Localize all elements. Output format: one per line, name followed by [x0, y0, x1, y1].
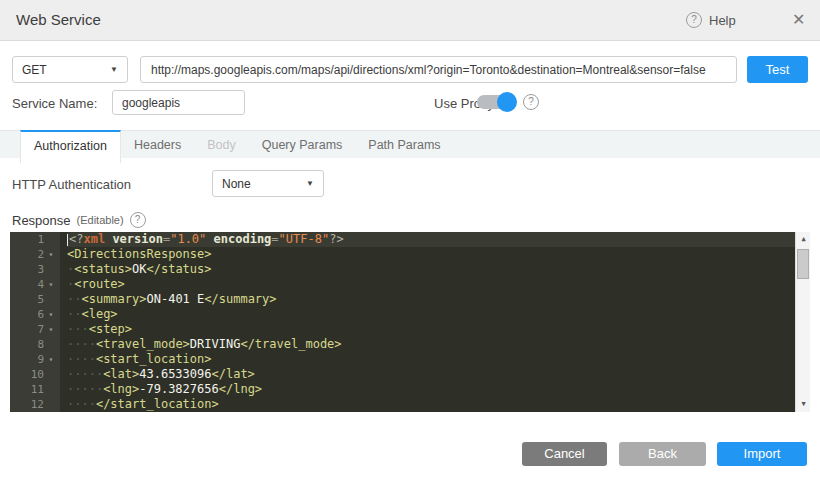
scroll-down-icon[interactable]: ▼	[796, 397, 810, 412]
tab-query-params[interactable]: Query Params	[249, 131, 356, 159]
response-label: Response	[12, 213, 71, 228]
http-method-value: GET	[22, 63, 47, 77]
back-button[interactable]: Back	[619, 442, 706, 466]
http-method-select[interactable]: GET ▼	[12, 56, 128, 83]
help-circle-icon: ?	[686, 12, 702, 28]
tab-body: Body	[194, 131, 249, 159]
tab-path-params[interactable]: Path Params	[355, 131, 453, 159]
editor-code[interactable]: <?xml version="1.0" encoding="UTF-8"?><D…	[60, 232, 795, 412]
response-help-icon[interactable]: ?	[130, 212, 146, 228]
service-name-input[interactable]	[112, 90, 245, 115]
use-proxy-toggle[interactable]	[477, 92, 515, 112]
scrollbar-thumb[interactable]	[797, 249, 809, 279]
http-authentication-label: HTTP Authentication	[12, 177, 131, 192]
test-button[interactable]: Test	[747, 56, 808, 83]
help-button[interactable]: ? Help	[686, 12, 736, 28]
chevron-down-icon: ▼	[306, 179, 314, 188]
service-name-label: Service Name:	[12, 96, 97, 111]
web-service-dialog: Web Service ? Help ✕ GET ▼ Test Service …	[0, 0, 820, 478]
response-header: Response (Editable) ?	[12, 212, 146, 228]
scroll-up-icon[interactable]: ▲	[796, 232, 810, 247]
cancel-button[interactable]: Cancel	[522, 442, 607, 466]
toggle-thumb	[497, 92, 517, 112]
dialog-header: Web Service ? Help ✕	[0, 0, 820, 41]
proxy-help-icon[interactable]: ?	[523, 94, 539, 110]
page-title: Web Service	[16, 11, 101, 28]
editor-gutter: 12▾34▾56▾7▾89▾101112	[10, 232, 60, 412]
help-label: Help	[709, 13, 736, 28]
response-editable-label: (Editable)	[77, 214, 124, 226]
import-button[interactable]: Import	[717, 442, 807, 466]
close-icon[interactable]: ✕	[792, 11, 805, 29]
tab-bar: Authorization Headers Body Query Params …	[0, 130, 820, 158]
response-code-editor[interactable]: 12▾34▾56▾7▾89▾101112 <?xml version="1.0"…	[10, 232, 810, 412]
url-input[interactable]	[140, 56, 737, 83]
editor-vertical-scrollbar[interactable]: ▲ ▼	[795, 232, 810, 412]
tab-authorization[interactable]: Authorization	[20, 130, 121, 163]
chevron-down-icon: ▼	[110, 65, 118, 74]
http-authentication-select[interactable]: None ▼	[212, 170, 324, 197]
http-authentication-value: None	[222, 177, 251, 191]
tab-headers[interactable]: Headers	[121, 131, 194, 159]
